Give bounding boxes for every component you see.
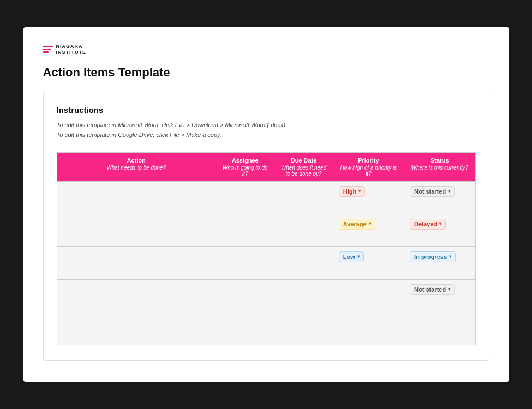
card: Instructions To edit this template in Mi…	[43, 92, 489, 361]
row-0-action[interactable]	[57, 181, 216, 214]
row-2-action[interactable]	[57, 246, 216, 279]
row-1-priority: Average ▾	[333, 214, 404, 246]
chevron-down-icon: ▾	[358, 189, 361, 194]
row-0-status-badge[interactable]: Not started ▾	[410, 186, 455, 197]
instructions-heading: Instructions	[57, 105, 476, 115]
row-2-priority: Low ▾	[333, 246, 404, 279]
th-action-label: Action	[127, 157, 146, 164]
th-status: Status Where is this currently?	[404, 152, 475, 181]
chevron-down-icon: ▾	[448, 287, 450, 292]
instructions-text: To edit this template in Microsoft Word,…	[57, 120, 476, 140]
th-assignee: Assignee Who is going to do it?	[216, 152, 274, 181]
row-4-assignee[interactable]	[216, 312, 274, 345]
logo-area: NIAGARA INSTITUTE	[43, 44, 489, 56]
table-row: Not started ▾	[57, 279, 475, 312]
logo-line-1	[43, 46, 53, 47]
row-2-status: In progress ▾	[404, 246, 475, 279]
table-row: High ▾Not started ▾	[57, 181, 475, 214]
row-1-action[interactable]	[57, 214, 216, 246]
row-1-assignee[interactable]	[216, 214, 274, 246]
th-priority-label: Priority	[358, 157, 379, 164]
th-duedate-label: Due Date	[291, 157, 317, 164]
row-0-status: Not started ▾	[404, 181, 475, 214]
th-status-label: Status	[431, 157, 449, 164]
row-2-priority-badge[interactable]: Low ▾	[339, 251, 364, 262]
logo-lines	[43, 46, 53, 53]
th-action: Action What needs to be done?	[57, 152, 216, 181]
table-header-row: Action What needs to be done? Assignee W…	[57, 152, 475, 181]
chevron-down-icon: ▾	[439, 221, 441, 226]
row-0-assignee[interactable]	[216, 181, 274, 214]
table-row: Average ▾Delayed ▾	[57, 214, 475, 246]
row-4-action[interactable]	[57, 312, 216, 345]
instructions-line1: To edit this template in Microsoft Word,…	[57, 122, 288, 128]
table-row: Low ▾In progress ▾	[57, 246, 475, 279]
row-3-status-badge[interactable]: Not started ▾	[410, 284, 455, 295]
row-1-priority-badge[interactable]: Average ▾	[339, 219, 375, 230]
th-priority-sublabel: How high of a priority is it?	[339, 165, 398, 177]
th-action-sublabel: What needs to be done?	[63, 165, 210, 171]
row-1-duedate[interactable]	[274, 214, 333, 246]
page-container: NIAGARA INSTITUTE Action Items Template …	[23, 27, 509, 382]
th-duedate: Due Date When does it need to be done by…	[274, 152, 333, 181]
chevron-down-icon: ▾	[448, 189, 450, 194]
row-2-status-badge[interactable]: In progress ▾	[410, 251, 456, 262]
row-3-assignee[interactable]	[216, 279, 274, 312]
row-2-duedate[interactable]	[274, 246, 333, 279]
action-table: Action What needs to be done? Assignee W…	[57, 152, 476, 345]
row-4-duedate[interactable]	[274, 312, 333, 345]
row-0-duedate[interactable]	[274, 181, 333, 214]
row-3-status: Not started ▾	[404, 279, 475, 312]
chevron-down-icon: ▾	[357, 254, 360, 259]
row-0-priority-badge[interactable]: High ▾	[339, 186, 365, 197]
page-title: Action Items Template	[43, 65, 489, 80]
row-2-assignee[interactable]	[216, 246, 274, 279]
row-3-duedate[interactable]	[274, 279, 333, 312]
logo-line-3	[43, 51, 49, 53]
logo-line-2	[43, 49, 51, 50]
logo-name-top: NIAGARA	[56, 44, 83, 49]
instructions-line2: To edit this template in Google Drive, c…	[57, 131, 222, 138]
th-assignee-label: Assignee	[232, 157, 259, 164]
logo-name-bottom: INSTITUTE	[56, 50, 87, 55]
table-row	[57, 312, 475, 345]
th-assignee-sublabel: Who is going to do it?	[222, 165, 268, 177]
th-duedate-sublabel: When does it need to be done by?	[280, 165, 327, 177]
row-4-priority	[333, 312, 404, 345]
row-1-status-badge[interactable]: Delayed ▾	[410, 219, 446, 230]
th-priority: Priority How high of a priority is it?	[333, 152, 404, 181]
th-status-sublabel: Where is this currently?	[410, 165, 469, 171]
chevron-down-icon: ▾	[369, 221, 371, 226]
row-1-status: Delayed ▾	[404, 214, 475, 246]
chevron-down-icon: ▾	[449, 254, 451, 259]
row-3-action[interactable]	[57, 279, 216, 312]
row-4-status	[404, 312, 475, 345]
logo-text: NIAGARA INSTITUTE	[56, 44, 87, 56]
row-3-priority	[333, 279, 404, 312]
row-0-priority: High ▾	[333, 181, 404, 214]
